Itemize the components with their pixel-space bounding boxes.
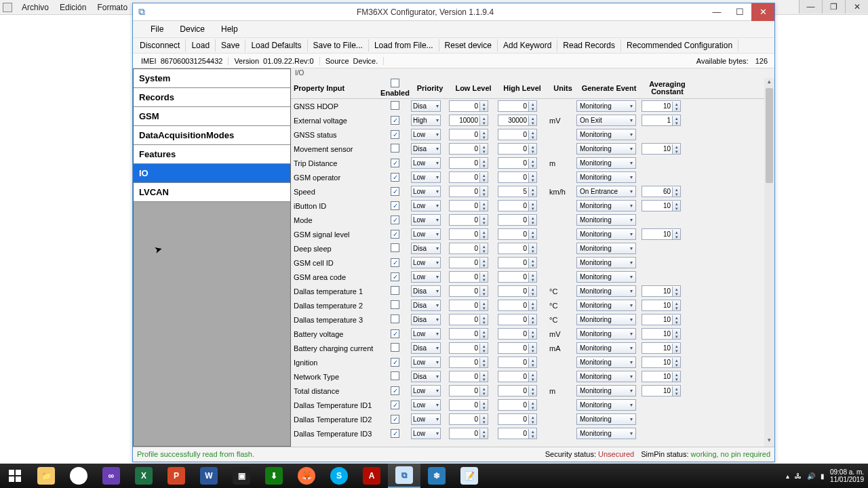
enabled-checkbox[interactable]: [391, 286, 399, 295]
generate-event-select[interactable]: Monitoring▾: [576, 371, 636, 382]
enabled-checkbox[interactable]: [391, 314, 399, 323]
generate-event-select[interactable]: Monitoring▾: [576, 271, 636, 283]
low-level-input[interactable]: 0▴▾: [449, 257, 488, 268]
outer-restore-button[interactable]: ❐: [822, 0, 845, 14]
taskbar-acrobat-icon[interactable]: A: [355, 464, 388, 488]
high-level-input[interactable]: 0▴▾: [498, 271, 537, 283]
generate-event-select[interactable]: Monitoring▾: [576, 157, 636, 169]
avg-constant-input[interactable]: 1▴▾: [642, 115, 681, 126]
low-level-input[interactable]: 0▴▾: [449, 143, 488, 155]
priority-select[interactable]: Low▾: [411, 271, 441, 283]
enabled-checkbox[interactable]: [391, 300, 399, 309]
generate-event-select[interactable]: On Entrance▾: [576, 186, 636, 197]
toolbar-reset-device[interactable]: Reset device: [439, 39, 498, 52]
enabled-checkbox[interactable]: ✓: [391, 258, 399, 267]
generate-event-select[interactable]: Monitoring▾: [576, 200, 636, 211]
low-level-input[interactable]: 0▴▾: [449, 314, 488, 325]
generate-event-select[interactable]: Monitoring▾: [576, 129, 636, 140]
enabled-checkbox[interactable]: ✓: [391, 401, 399, 409]
high-level-input[interactable]: 0▴▾: [498, 257, 537, 268]
generate-event-select[interactable]: On Exit▾: [576, 115, 636, 126]
generate-event-select[interactable]: Monitoring▾: [576, 257, 636, 268]
generate-event-select[interactable]: Monitoring▾: [576, 413, 636, 425]
low-level-input[interactable]: 0▴▾: [449, 413, 488, 425]
outer-menu-archivo[interactable]: Archivo: [16, 1, 54, 14]
low-level-input[interactable]: 0▴▾: [449, 100, 488, 112]
low-level-input[interactable]: 10000▴▾: [449, 115, 488, 126]
scroll-down-icon[interactable]: ▾: [764, 436, 774, 447]
priority-select[interactable]: Low▾: [411, 413, 441, 425]
taskbar-excel-icon[interactable]: X: [127, 464, 160, 488]
priority-select[interactable]: Low▾: [411, 171, 441, 183]
generate-event-select[interactable]: Monitoring▾: [576, 171, 636, 183]
low-level-input[interactable]: 0▴▾: [449, 300, 488, 311]
avg-constant-input[interactable]: 10▴▾: [642, 100, 681, 112]
minimize-button[interactable]: —: [705, 3, 728, 21]
taskbar-vs-icon[interactable]: ∞: [95, 464, 127, 488]
priority-select[interactable]: High▾: [411, 115, 441, 126]
taskbar-configurator-icon[interactable]: ⧉: [388, 464, 420, 488]
toolbar-add-keyword[interactable]: Add Keyword: [498, 39, 557, 52]
avg-constant-input[interactable]: 10▴▾: [642, 328, 681, 340]
enabled-checkbox[interactable]: [391, 243, 399, 252]
generate-event-select[interactable]: Monitoring▾: [576, 314, 636, 325]
toolbar-disconnect[interactable]: Disconnect: [134, 39, 186, 52]
enabled-checkbox[interactable]: ✓: [391, 386, 399, 395]
outer-minimize-button[interactable]: —: [799, 0, 822, 14]
avg-constant-input[interactable]: 10▴▾: [642, 200, 681, 211]
avg-constant-input[interactable]: 10▴▾: [642, 357, 681, 368]
taskbar-word-icon[interactable]: W: [193, 464, 225, 488]
generate-event-select[interactable]: Monitoring▾: [576, 285, 636, 297]
low-level-input[interactable]: 0▴▾: [449, 228, 488, 240]
priority-select[interactable]: Disa▾: [411, 100, 441, 112]
low-level-input[interactable]: 0▴▾: [449, 285, 488, 297]
priority-select[interactable]: Disa▾: [411, 285, 441, 297]
high-level-input[interactable]: 5▴▾: [498, 186, 537, 197]
hdr-enabled-checkbox[interactable]: [391, 79, 399, 87]
priority-select[interactable]: Disa▾: [411, 243, 441, 254]
generate-event-select[interactable]: Monitoring▾: [576, 399, 636, 411]
priority-select[interactable]: Low▾: [411, 357, 441, 368]
high-level-input[interactable]: 0▴▾: [498, 342, 537, 354]
menu-help[interactable]: Help: [213, 23, 246, 35]
priority-select[interactable]: Low▾: [411, 157, 441, 169]
enabled-checkbox[interactable]: ✓: [391, 216, 399, 224]
avg-constant-input[interactable]: 10▴▾: [642, 371, 681, 382]
enabled-checkbox[interactable]: [391, 343, 399, 352]
sidebar-item-dataacquisitionmodes[interactable]: DataAcquisitionModes: [134, 126, 290, 145]
priority-select[interactable]: Low▾: [411, 428, 441, 439]
sidebar-item-records[interactable]: Records: [134, 88, 290, 107]
low-level-input[interactable]: 0▴▾: [449, 186, 488, 197]
high-level-input[interactable]: 0▴▾: [498, 428, 537, 439]
start-button[interactable]: [0, 464, 30, 488]
priority-select[interactable]: Low▾: [411, 200, 441, 211]
priority-select[interactable]: Low▾: [411, 328, 441, 340]
scroll-thumb[interactable]: [766, 88, 773, 183]
toolbar-load[interactable]: Load: [186, 39, 216, 52]
low-level-input[interactable]: 0▴▾: [449, 357, 488, 368]
avg-constant-input[interactable]: 10▴▾: [642, 342, 681, 354]
outer-menu-edicion[interactable]: Edición: [54, 1, 92, 14]
tray-up-icon[interactable]: ▴: [786, 472, 789, 480]
vertical-scrollbar[interactable]: ▴ ▾: [764, 78, 774, 447]
taskbar-store-icon[interactable]: ⬇: [258, 464, 290, 488]
priority-select[interactable]: Disa▾: [411, 300, 441, 311]
high-level-input[interactable]: 0▴▾: [498, 228, 537, 240]
generate-event-select[interactable]: Monitoring▾: [576, 300, 636, 311]
taskbar-skype-icon[interactable]: S: [323, 464, 355, 488]
enabled-checkbox[interactable]: [391, 144, 399, 152]
high-level-input[interactable]: 0▴▾: [498, 243, 537, 254]
high-level-input[interactable]: 0▴▾: [498, 157, 537, 169]
priority-select[interactable]: Low▾: [411, 257, 441, 268]
generate-event-select[interactable]: Monitoring▾: [576, 214, 636, 226]
high-level-input[interactable]: 0▴▾: [498, 399, 537, 411]
high-level-input[interactable]: 0▴▾: [498, 328, 537, 340]
close-button[interactable]: ✕: [751, 3, 774, 21]
generate-event-select[interactable]: Monitoring▾: [576, 357, 636, 368]
low-level-input[interactable]: 0▴▾: [449, 385, 488, 396]
priority-select[interactable]: Disa▾: [411, 143, 441, 155]
sidebar-item-features[interactable]: Features: [134, 145, 290, 164]
enabled-checkbox[interactable]: ✓: [391, 201, 399, 210]
taskbar-explorer-icon[interactable]: 📁: [30, 464, 62, 488]
sidebar-item-io[interactable]: IO: [134, 164, 290, 183]
